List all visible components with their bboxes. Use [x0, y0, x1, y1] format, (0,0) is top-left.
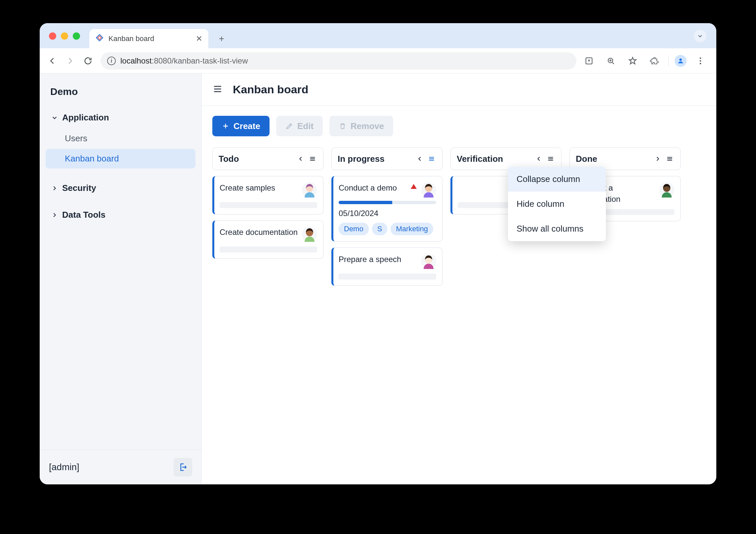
extensions-icon[interactable]	[647, 53, 662, 69]
url-input[interactable]: i localhost:8080/kanban-task-list-view	[101, 52, 576, 69]
sidebar: Demo Application Users Kanban board Secu…	[40, 73, 202, 484]
column-collapse-icon[interactable]	[296, 154, 305, 163]
chevron-right-icon	[51, 185, 58, 192]
svg-point-3	[700, 57, 701, 59]
card-title: Create documentation	[220, 227, 299, 242]
create-label: Create	[233, 121, 260, 131]
new-tab-button[interactable]: +	[215, 29, 228, 48]
favicon-icon	[95, 33, 104, 44]
nav-group-application[interactable]: Application	[43, 107, 198, 128]
more-menu-icon[interactable]	[693, 53, 708, 69]
tab-list-button[interactable]	[694, 30, 706, 42]
bookmark-icon[interactable]	[625, 53, 641, 69]
address-bar: i localhost:8080/kanban-task-list-view	[40, 48, 716, 73]
chevron-down-icon	[51, 114, 58, 121]
main-content: Kanban board Create Edit Remove Todo	[202, 73, 716, 484]
app-shell: Demo Application Users Kanban board Secu…	[40, 73, 716, 484]
column-title: Verification	[457, 154, 531, 164]
column-title: Done	[576, 154, 651, 164]
svg-point-5	[700, 63, 701, 64]
install-app-icon[interactable]	[581, 53, 597, 69]
kanban-card[interactable]: Create samples	[212, 176, 323, 214]
browser-window: Kanban board ✕ + i localhost:8080/kanban…	[40, 23, 716, 484]
kanban-column: In progress Conduct a demo 05/10/2024Dem…	[331, 148, 442, 286]
edit-label: Edit	[297, 121, 314, 131]
column-collapse-icon[interactable]	[653, 154, 662, 163]
brand-label: Demo	[50, 86, 191, 97]
kanban-card[interactable]: Create documentation	[212, 220, 323, 259]
menu-item[interactable]: Show all columns	[508, 216, 606, 241]
close-window-button[interactable]	[49, 32, 56, 40]
nav-group-data-tools[interactable]: Data Tools	[43, 204, 198, 225]
nav-group-label: Data Tools	[62, 210, 105, 220]
tag[interactable]: Demo	[339, 223, 369, 235]
nav-group-security[interactable]: Security	[43, 178, 198, 199]
avatar	[421, 254, 436, 269]
svg-point-4	[700, 60, 701, 62]
svg-point-2	[679, 58, 682, 61]
nav-item-kanban-board[interactable]: Kanban board	[46, 149, 195, 168]
divider	[668, 56, 669, 66]
nav-group-label: Security	[62, 183, 96, 193]
progress-bar	[339, 201, 436, 204]
minimize-window-button[interactable]	[61, 32, 68, 40]
column-menu-icon[interactable]	[665, 154, 674, 163]
card-title: Conduct a demo	[339, 182, 406, 198]
forward-button[interactable]	[62, 53, 78, 69]
menu-item[interactable]: Hide column	[508, 192, 606, 216]
tab-close-icon[interactable]: ✕	[196, 34, 202, 43]
column-header: Todo	[212, 148, 323, 170]
column-collapse-icon[interactable]	[415, 154, 424, 163]
column-menu-icon[interactable]	[546, 154, 555, 163]
card-title: Create samples	[220, 182, 299, 198]
tab-title: Kanban board	[108, 34, 191, 43]
page-title: Kanban board	[233, 83, 309, 96]
avatar	[659, 182, 674, 198]
chevron-right-icon	[51, 211, 58, 219]
column-title: In progress	[338, 154, 412, 164]
current-user-label: [admin]	[49, 462, 79, 472]
remove-button: Remove	[329, 116, 393, 136]
kanban-card[interactable]: Prepare a speech	[331, 247, 442, 286]
column-menu-icon[interactable]	[308, 154, 317, 163]
nav-group-label: Application	[62, 112, 109, 123]
card-tags: DemoSMarketing	[339, 223, 436, 235]
card-title: Prepare a speech	[339, 254, 418, 269]
placeholder	[339, 274, 436, 280]
menu-item[interactable]: Collapse column	[508, 167, 606, 192]
create-button[interactable]: Create	[212, 116, 270, 136]
back-button[interactable]	[44, 53, 60, 69]
kanban-column: Todo Create samples Create documentation	[212, 148, 323, 286]
topbar: Kanban board	[202, 73, 716, 106]
menu-toggle-button[interactable]	[212, 84, 224, 96]
column-menu-icon[interactable]	[427, 154, 436, 163]
nav-item-users[interactable]: Users	[46, 129, 195, 148]
edit-button: Edit	[276, 116, 323, 136]
browser-tab-bar: Kanban board ✕ +	[40, 23, 716, 48]
column-context-menu: Collapse columnHide columnShow all colum…	[508, 167, 606, 241]
logout-button[interactable]	[174, 458, 192, 476]
toolbar: Create Edit Remove	[202, 106, 716, 148]
column-header: In progress	[331, 148, 442, 170]
reload-button[interactable]	[80, 53, 96, 69]
maximize-window-button[interactable]	[73, 32, 80, 40]
placeholder	[220, 202, 317, 208]
kanban-board: Todo Create samples Create documentation…	[202, 148, 716, 299]
side-nav: Application Users Kanban board Security …	[40, 101, 201, 450]
sidebar-footer: [admin]	[40, 450, 201, 484]
column-collapse-icon[interactable]	[534, 154, 543, 163]
browser-tab[interactable]: Kanban board ✕	[89, 29, 208, 48]
avatar	[302, 182, 317, 198]
tag[interactable]: Marketing	[391, 223, 433, 235]
card-date: 05/10/2024	[339, 209, 436, 218]
placeholder	[220, 246, 317, 252]
remove-label: Remove	[351, 121, 384, 131]
avatar	[302, 227, 317, 242]
column-title: Todo	[219, 154, 293, 164]
kanban-card[interactable]: Conduct a demo 05/10/2024DemoSMarketing	[331, 176, 442, 242]
tag[interactable]: S	[372, 223, 388, 235]
zoom-icon[interactable]	[603, 53, 619, 69]
url-text: localhost:8080/kanban-task-list-view	[120, 56, 248, 66]
site-info-icon[interactable]: i	[107, 57, 116, 65]
profile-button[interactable]	[675, 55, 687, 67]
